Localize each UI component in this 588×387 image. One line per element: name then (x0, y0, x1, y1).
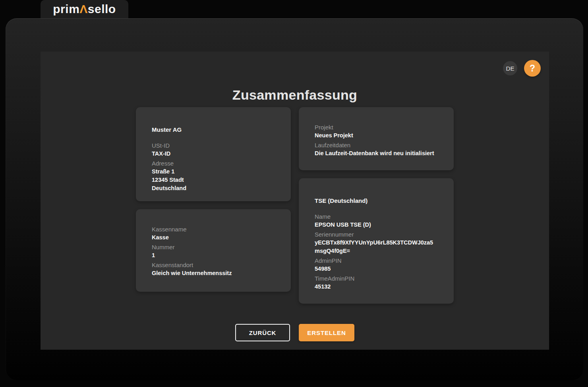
kassenstandort-label: Kassenstandort (152, 261, 275, 269)
tse-card: TSE (Deutschland) Name EPSON USB TSE (D)… (299, 178, 454, 304)
page-title: Zusammenfassung (41, 87, 549, 103)
ust-id-field: USt-ID TAX-ID (152, 141, 275, 158)
projekt-field: Projekt Neues Projekt (315, 123, 438, 140)
company-name: Muster AG (152, 107, 275, 133)
kassenname-label: Kassenname (152, 225, 275, 233)
kassenname-field: Kassenname Kasse (152, 225, 275, 242)
laufzeitdaten-field: Laufzeitdaten Die Laufzeit-Datenbank wir… (315, 141, 438, 158)
timeadminpin-field: TimeAdminPIN 45132 (315, 274, 438, 291)
adresse-value: Straße 1 12345 Stadt Deutschland (152, 168, 275, 193)
adminpin-value: 54985 (315, 265, 438, 273)
action-buttons: ZURÜCK ERSTELLEN (41, 324, 549, 341)
kassenname-value: Kasse (152, 233, 275, 242)
logo-accent-glyph: Λ (79, 2, 88, 15)
logo-text-suffix: sello (88, 2, 116, 15)
seriennummer-label: Seriennummer (315, 230, 438, 239)
adminpin-field: AdminPIN 54985 (315, 256, 438, 273)
tse-name-value: EPSON USB TSE (D) (315, 221, 438, 229)
back-button[interactable]: ZURÜCK (235, 324, 290, 341)
adminpin-label: AdminPIN (315, 256, 438, 265)
laufzeitdaten-label: Laufzeitdaten (315, 141, 438, 149)
kassenstandort-field: Kassenstandort Gleich wie Unternehmenssi… (152, 261, 275, 277)
seriennummer-field: Seriennummer yECBTx8f9XfYYUnYpU6rL85K3TC… (315, 230, 438, 255)
register-card: Kassenname Kasse Nummer 1 Kassenstandort… (136, 209, 291, 292)
seriennummer-value: yECBTx8f9XfYYUnYpU6rL85K3TCDWJ0za5msgQ4f… (315, 239, 438, 255)
logo-text-prefix: prim (53, 2, 79, 15)
projekt-value: Neues Projekt (315, 131, 438, 140)
laufzeitdaten-value: Die Laufzeit-Datenbank wird neu initiali… (315, 149, 438, 158)
tse-title: TSE (Deutschland) (315, 178, 438, 204)
nummer-field: Nummer 1 (152, 243, 275, 260)
project-card: Projekt Neues Projekt Laufzeitdaten Die … (299, 107, 454, 170)
kassenstandort-value: Gleich wie Unternehmenssitz (152, 269, 275, 277)
company-card: Muster AG USt-ID TAX-ID Adresse Straße 1… (136, 107, 291, 201)
nummer-label: Nummer (152, 243, 275, 251)
language-badge[interactable]: DE (503, 61, 517, 75)
adresse-field: Adresse Straße 1 12345 Stadt Deutschland (152, 159, 275, 193)
nummer-value: 1 (152, 251, 275, 260)
projekt-label: Projekt (315, 123, 438, 131)
create-button[interactable]: ERSTELLEN (299, 324, 354, 341)
app-logo-tab[interactable]: primΛsello (41, 0, 128, 18)
help-button[interactable]: ? (524, 60, 541, 77)
ust-id-label: USt-ID (152, 141, 275, 150)
timeadminpin-value: 45132 (315, 283, 438, 291)
primasello-logo: primΛsello (53, 2, 116, 16)
adresse-label: Adresse (152, 159, 275, 168)
summary-panel: DE ? Zusammenfassung Muster AG USt-ID TA… (41, 52, 549, 350)
tse-name-field: Name EPSON USB TSE (D) (315, 212, 438, 229)
ust-id-value: TAX-ID (152, 150, 275, 158)
tse-name-label: Name (315, 212, 438, 221)
timeadminpin-label: TimeAdminPIN (315, 274, 438, 283)
